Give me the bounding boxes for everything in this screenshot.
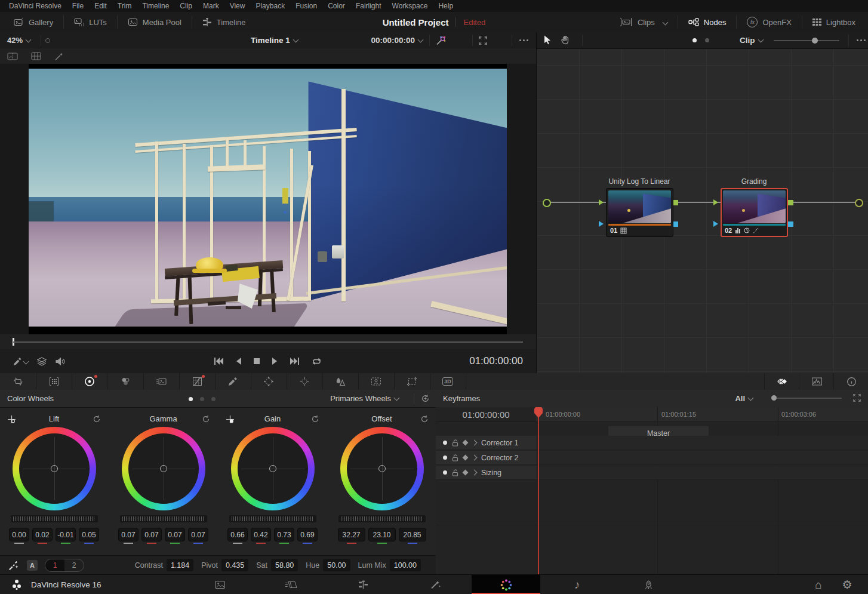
- menu-item-fairlight[interactable]: Fairlight: [350, 0, 387, 12]
- wheel-tab-1[interactable]: 1: [45, 559, 64, 571]
- step-back-button[interactable]: [235, 357, 242, 365]
- gamma-y-value[interactable]: 0.07: [118, 528, 138, 544]
- lift-g-value[interactable]: -0.01: [56, 528, 76, 544]
- gallery-button[interactable]: Gallery: [4, 12, 63, 32]
- enhance-wand-button[interactable]: [430, 32, 451, 48]
- lift-b-value[interactable]: 0.05: [79, 528, 99, 544]
- node-pager-dots[interactable]: [692, 38, 709, 42]
- menu-item-color[interactable]: Color: [322, 0, 350, 12]
- pager-dot[interactable]: [211, 397, 216, 401]
- corrector2-row-track[interactable]: [536, 451, 868, 465]
- menu-item-timeline[interactable]: Timeline: [137, 0, 174, 12]
- menu-item-clip[interactable]: Clip: [174, 0, 198, 12]
- node2-rgb-output[interactable]: [788, 200, 793, 205]
- gain-r-value[interactable]: 0.42: [251, 528, 271, 544]
- menu-item-workspace[interactable]: Workspace: [387, 0, 433, 12]
- page-tab-fairlight[interactable]: ♪: [543, 575, 611, 594]
- keyframes-ruler[interactable]: 01:00:00:00 01:00:00:00 01:00:01:15 01:0…: [436, 407, 868, 422]
- enable-dot-icon[interactable]: [443, 470, 447, 475]
- gamma-b-value[interactable]: 0.07: [188, 528, 208, 544]
- stereo-3d-tab[interactable]: 3D: [430, 373, 466, 390]
- menu-item-mark[interactable]: Mark: [198, 0, 224, 12]
- keyframes-sidebar-toggle[interactable]: [764, 373, 799, 390]
- lift-wheel-indicator[interactable]: [51, 465, 58, 472]
- stop-button[interactable]: [253, 357, 260, 365]
- viewer-scrub-bar[interactable]: [0, 334, 536, 349]
- pager-dot-active[interactable]: [692, 38, 697, 42]
- keyframes-filter-select[interactable]: All: [735, 390, 753, 407]
- lift-r-value[interactable]: 0.02: [32, 528, 53, 544]
- expand-row-chevron[interactable]: [472, 470, 478, 476]
- wheels-mode-select[interactable]: Primaries Wheels: [330, 390, 399, 407]
- power-window-tab[interactable]: [251, 373, 287, 390]
- node2-rgb-input[interactable]: [713, 199, 718, 205]
- gamma-r-value[interactable]: 0.07: [141, 528, 162, 544]
- unlock-icon[interactable]: [452, 454, 458, 461]
- viewer-zoom-select[interactable]: 42%: [7, 32, 30, 48]
- gain-master-wheel[interactable]: [229, 515, 316, 522]
- viewer-options-button[interactable]: [513, 32, 534, 48]
- loop-button[interactable]: [311, 357, 322, 366]
- offset-g-value[interactable]: 23.10: [368, 528, 396, 544]
- go-to-first-frame-button[interactable]: [214, 357, 224, 365]
- node2-key-output[interactable]: [788, 221, 793, 227]
- gamma-master-wheel[interactable]: [120, 515, 207, 522]
- tracker-tab[interactable]: [287, 373, 323, 390]
- gamma-reset-button[interactable]: [202, 415, 210, 423]
- keyframes-playhead-line[interactable]: [538, 417, 539, 574]
- grid-view-icon[interactable]: [31, 52, 41, 60]
- keyframe-diamond-icon[interactable]: [463, 440, 469, 446]
- select-tool-button[interactable]: [544, 35, 552, 45]
- gain-g-value[interactable]: 0.73: [274, 528, 294, 544]
- pager-dot[interactable]: [200, 397, 204, 401]
- color-wheels-tab[interactable]: [72, 373, 108, 390]
- offset-r-value[interactable]: 32.27: [338, 528, 365, 544]
- info-toggle[interactable]: [833, 373, 868, 390]
- offset-master-wheel[interactable]: [338, 515, 426, 522]
- scopes-toggle[interactable]: [799, 373, 834, 390]
- lift-reset-button[interactable]: [93, 415, 101, 423]
- project-manager-button[interactable]: ⌂: [805, 575, 832, 594]
- menu-item-fusion[interactable]: Fusion: [290, 0, 322, 12]
- page-tab-edit[interactable]: [329, 575, 397, 594]
- openfx-button[interactable]: fx OpenFX: [737, 12, 801, 32]
- node-01[interactable]: 01: [606, 188, 673, 237]
- menu-item-file[interactable]: File: [67, 0, 89, 12]
- page-tab-color-active[interactable]: [472, 575, 540, 594]
- source-input-port[interactable]: [543, 199, 551, 207]
- enable-dot-icon[interactable]: [443, 455, 447, 460]
- node-graph-canvas[interactable]: Unity Log To Linear 01 Grading 02: [537, 48, 868, 373]
- auto-grade-tools-button[interactable]: [8, 560, 20, 570]
- node-mode-select[interactable]: Clip: [740, 32, 763, 48]
- gamma-wheel[interactable]: [122, 427, 205, 510]
- timeline-button[interactable]: Timeline: [192, 12, 256, 32]
- luts-button[interactable]: LUTs: [64, 12, 117, 32]
- node1-rgb-input[interactable]: [599, 199, 604, 205]
- wand-icon[interactable]: [54, 52, 64, 61]
- pivot-value[interactable]: 0.435: [221, 559, 248, 571]
- keyframe-row-sizing[interactable]: Sizing: [436, 466, 868, 480]
- page-tab-fusion[interactable]: [401, 575, 469, 594]
- lightbox-button[interactable]: Lightbox: [802, 12, 866, 32]
- unlock-icon[interactable]: [452, 469, 458, 476]
- menu-item-playback[interactable]: Playback: [250, 0, 290, 12]
- node1-key-output[interactable]: [673, 221, 678, 227]
- blur-tab[interactable]: [322, 373, 359, 390]
- gain-reset-button[interactable]: [311, 415, 319, 423]
- gamma-wheel-indicator[interactable]: [160, 465, 167, 472]
- menu-item-trim[interactable]: Trim: [112, 0, 137, 12]
- offset-wheel[interactable]: [340, 427, 424, 510]
- gain-y-value[interactable]: 0.66: [227, 528, 248, 544]
- node2-key-input[interactable]: [713, 221, 718, 227]
- clips-button[interactable]: Clips: [610, 12, 678, 32]
- expand-viewer-button[interactable]: [473, 32, 493, 48]
- viewer-stage[interactable]: [0, 64, 536, 334]
- lift-wheel[interactable]: [13, 427, 96, 510]
- corrector1-row-track[interactable]: [536, 436, 868, 450]
- pager-dot-active[interactable]: [189, 397, 193, 401]
- page-tab-deliver[interactable]: [614, 575, 682, 594]
- lift-master-wheel[interactable]: [11, 515, 98, 522]
- wheels-pager-dots[interactable]: [189, 397, 216, 401]
- slider-knob[interactable]: [771, 395, 777, 401]
- node-options-button[interactable]: [857, 39, 866, 41]
